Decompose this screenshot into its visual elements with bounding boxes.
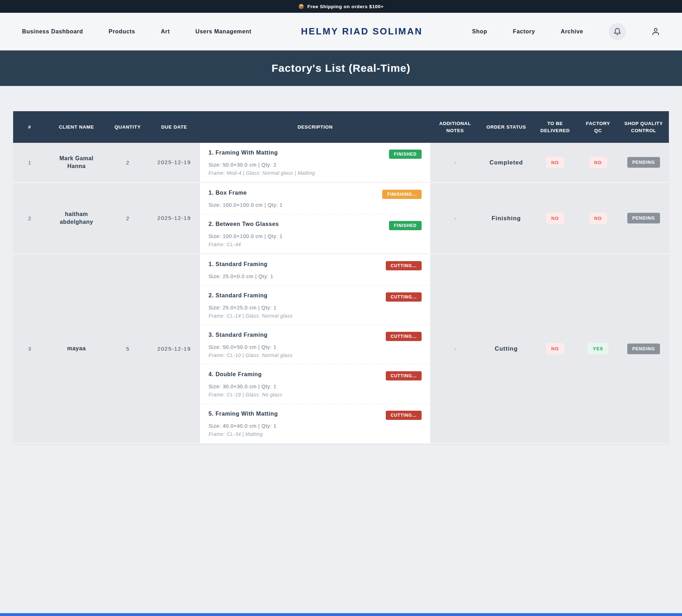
shop-qc-cell: PENDING [618, 143, 669, 183]
order-item: 5. Framing With Matting CUTTING... Size:… [200, 404, 430, 443]
factory-orders-table: # CLIENT NAME QUANTITY DUE DATE DESCRIPT… [13, 111, 669, 444]
to-be-delivered-badge[interactable]: NO [546, 157, 564, 168]
due-date: 2025-12-19 [148, 183, 200, 254]
item-title: 3. Standard Framing [209, 332, 267, 338]
shop-qc-badge[interactable]: PENDING [627, 213, 660, 223]
client-name: Mark Gamal Hanna [46, 143, 107, 183]
item-status-badge: CUTTING... [386, 371, 422, 380]
item-size: Size: 50.0×50.0 cm | Qty: 1 [209, 344, 422, 350]
to-be-delivered-badge[interactable]: NO [546, 343, 564, 355]
item-title: 4. Double Framing [209, 371, 262, 378]
navbar: Business Dashboard Products Art Users Ma… [0, 13, 682, 50]
announcement-text: Free Shipping on orders $100+ [307, 4, 384, 9]
item-title: 1. Box Frame [209, 190, 247, 196]
item-status-badge: FINISHED [389, 221, 422, 230]
factory-qc-badge[interactable]: YES [588, 343, 609, 355]
shop-qc-badge[interactable]: PENDING [627, 157, 660, 168]
row-number: 1 [13, 143, 46, 183]
col-header-shop-quality-control: SHOP QUALITY CONTROL [618, 111, 669, 143]
order-item: 1. Standard Framing CUTTING... Size: 25.… [200, 254, 430, 285]
order-item: 1. Box Frame FINISHING... Size: 100.0×10… [200, 183, 430, 214]
item-status-badge: CUTTING... [386, 332, 422, 341]
additional-notes: - [430, 183, 480, 254]
col-header-quantity: QUANTITY [107, 111, 148, 143]
additional-notes: - [430, 254, 480, 444]
order-item: 1. Framing With Matting FINISHED Size: 5… [200, 143, 430, 182]
item-size: Size: 25.0×0.0 cm | Qty: 1 [209, 274, 422, 279]
order-status: Finishing [480, 183, 532, 254]
item-title: 2. Between Two Glasses [209, 221, 279, 227]
quantity: 5 [107, 254, 148, 444]
factory-qc-badge[interactable]: NO [589, 212, 607, 224]
item-title: 2. Standard Framing [209, 292, 267, 299]
item-size: Size: 30.0×30.0 cm | Qty: 1 [209, 384, 422, 389]
col-header-client-name: CLIENT NAME [46, 111, 107, 143]
factory-qc-cell: YES [578, 254, 618, 444]
description-cell: 1. Framing With Matting FINISHED Size: 5… [200, 143, 430, 183]
nav-left: Business Dashboard Products Art Users Ma… [22, 28, 251, 35]
order-item: 2. Standard Framing CUTTING... Size: 25.… [200, 285, 430, 325]
item-status-badge: FINISHING... [382, 190, 422, 199]
item-size: Size: 100.0×100.0 cm | Qty: 1 [209, 202, 422, 208]
factory-qc-cell: NO [578, 183, 618, 254]
item-status-badge: FINISHED [389, 150, 422, 159]
factory-qc-cell: NO [578, 143, 618, 183]
user-icon [651, 27, 660, 36]
nav-users-management[interactable]: Users Management [195, 28, 251, 35]
shop-qc-cell: PENDING [618, 183, 669, 254]
client-name: mayaa [46, 254, 107, 444]
to-be-delivered-badge[interactable]: NO [546, 212, 564, 224]
to-be-delivered-cell: NO [532, 143, 578, 183]
order-status: Cutting [480, 254, 532, 444]
item-frame: Frame: CL-34 | Matting [209, 431, 422, 437]
page-title: Factory's List (Real-Time) [271, 62, 410, 74]
order-item: 2. Between Two Glasses FINISHED Size: 10… [200, 214, 430, 253]
item-frame: Frame: CL-10 | Glass: Normal glass [209, 352, 422, 358]
additional-notes: - [430, 143, 480, 183]
row-number: 3 [13, 254, 46, 444]
table-row: 3 mayaa 5 2025-12-19 1. Standard Framing… [13, 254, 669, 444]
page-title-band: Factory's List (Real-Time) [0, 50, 682, 86]
quantity: 2 [107, 143, 148, 183]
item-size: Size: 50.0×30.0 cm | Qty: 2 [209, 162, 422, 168]
item-status-badge: CUTTING... [386, 292, 422, 302]
item-status-badge: CUTTING... [386, 261, 422, 270]
order-item: 3. Standard Framing CUTTING... Size: 50.… [200, 325, 430, 364]
item-title: 5. Framing With Matting [209, 411, 278, 417]
nav-factory[interactable]: Factory [513, 28, 535, 35]
row-number: 2 [13, 183, 46, 254]
package-icon: 📦 [298, 4, 304, 9]
due-date: 2025-12-19 [148, 143, 200, 183]
col-header-order-status: ORDER STATUS [480, 111, 532, 143]
factory-qc-badge[interactable]: NO [589, 157, 607, 168]
col-header-due-date: DUE DATE [148, 111, 200, 143]
brand-logo[interactable]: HELMY RIAD SOLIMAN [301, 26, 422, 37]
col-header-num: # [13, 111, 46, 143]
table-row: 2 haitham abdelghany 2 2025-12-19 1. Box… [13, 183, 669, 254]
announcement-bar: 📦 Free Shipping on orders $100+ [0, 0, 682, 13]
shop-qc-cell: PENDING [618, 254, 669, 444]
item-status-badge: CUTTING... [386, 411, 422, 420]
client-name: haitham abdelghany [46, 183, 107, 254]
nav-art[interactable]: Art [161, 28, 170, 35]
order-status: Completed [480, 143, 532, 183]
item-frame: Frame: Mod-4 | Glass: Normal glass | Mat… [209, 170, 422, 176]
page: 📦 Free Shipping on orders $100+ Business… [0, 0, 682, 616]
nav-business-dashboard[interactable]: Business Dashboard [22, 28, 83, 35]
nav-shop[interactable]: Shop [472, 28, 487, 35]
nav-right: Shop Factory Archive [472, 23, 660, 40]
item-title: 1. Framing With Matting [209, 150, 278, 156]
nav-products[interactable]: Products [109, 28, 135, 35]
col-header-description: DESCRIPTION [200, 111, 430, 143]
item-title: 1. Standard Framing [209, 261, 267, 268]
to-be-delivered-cell: NO [532, 183, 578, 254]
shop-qc-badge[interactable]: PENDING [627, 344, 660, 354]
item-frame: Frame: CL-19 | Glass: No glass [209, 392, 422, 398]
user-account-button[interactable] [651, 27, 660, 36]
col-header-additional-notes: ADDITIONAL NOTES [430, 111, 480, 143]
notifications-button[interactable] [609, 23, 626, 40]
factory-orders-table-container: # CLIENT NAME QUANTITY DUE DATE DESCRIPT… [13, 111, 669, 444]
order-item: 4. Double Framing CUTTING... Size: 30.0×… [200, 364, 430, 404]
nav-archive[interactable]: Archive [561, 28, 583, 35]
item-frame: Frame: CL-44 [209, 242, 422, 247]
